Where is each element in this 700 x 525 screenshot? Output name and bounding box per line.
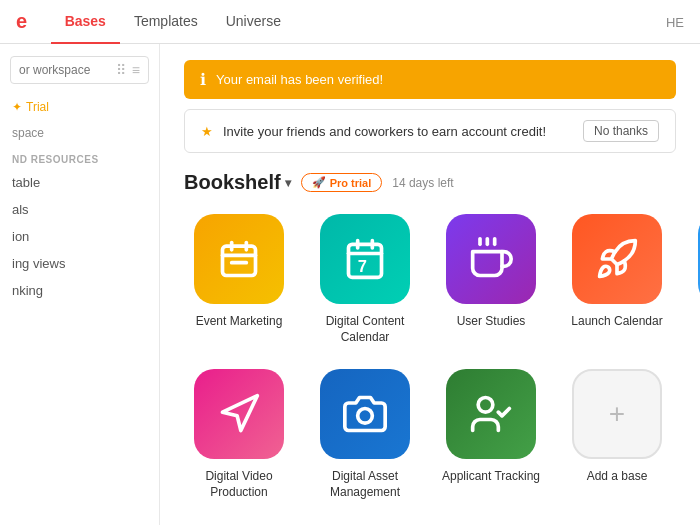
rocket-icon: 🚀: [312, 176, 326, 189]
app-label-digital-video: Digital Video Production: [189, 469, 289, 500]
info-icon: ℹ: [200, 70, 206, 89]
nav-universe[interactable]: Universe: [212, 0, 295, 44]
days-left: 14 days left: [392, 176, 453, 190]
nav-help: HE: [666, 14, 684, 29]
app-label-launch-calendar: Launch Calendar: [571, 314, 662, 330]
sidebar-item-ion[interactable]: ion: [0, 223, 159, 250]
app-icon-applicant-tracking: [446, 369, 536, 459]
svg-point-14: [478, 398, 493, 413]
app-add-base[interactable]: + Add a base: [562, 369, 672, 500]
email-verified-text: Your email has been verified!: [216, 72, 383, 87]
pro-trial-badge: 🚀 Pro trial: [301, 173, 383, 192]
app-digital-asset[interactable]: Digital Asset Management: [310, 369, 420, 500]
app-label-agile-product: Agile Product Planning: [693, 314, 700, 345]
app-grid: Event Marketing 7 Digital Content Calend…: [184, 214, 676, 500]
app-label-digital-asset: Digital Asset Management: [315, 469, 415, 500]
sidebar: ⠿ ≡ ✦ Trial space ND RESOURCES table als…: [0, 44, 160, 525]
app-icon-digital-asset: [320, 369, 410, 459]
app-label-event-marketing: Event Marketing: [196, 314, 283, 330]
grid-view-icon[interactable]: ⠿: [116, 62, 126, 78]
bookshelf-title-text: Bookshelf: [184, 171, 281, 194]
trial-label: Trial: [26, 100, 49, 114]
sidebar-item-table[interactable]: table: [0, 169, 159, 196]
svg-text:7: 7: [358, 257, 367, 275]
app-applicant-tracking[interactable]: Applicant Tracking: [436, 369, 546, 500]
nav-items: Bases Templates Universe: [51, 0, 295, 44]
chevron-down-icon: ▾: [285, 176, 291, 190]
app-event-marketing[interactable]: Event Marketing: [184, 214, 294, 345]
logo: e: [16, 10, 27, 33]
app-label-add-base: Add a base: [587, 469, 648, 485]
app-digital-video[interactable]: Digital Video Production: [184, 369, 294, 500]
app-icon-digital-content: 7: [320, 214, 410, 304]
star-icon: ★: [201, 124, 213, 139]
app-label-digital-content: Digital Content Calendar: [315, 314, 415, 345]
app-user-studies[interactable]: User Studies: [436, 214, 546, 345]
app-icon-digital-video: [194, 369, 284, 459]
app-launch-calendar[interactable]: Launch Calendar: [562, 214, 672, 345]
app-label-applicant-tracking: Applicant Tracking: [442, 469, 540, 485]
svg-point-13: [358, 409, 373, 424]
app-icon-launch-calendar: [572, 214, 662, 304]
nav-templates[interactable]: Templates: [120, 0, 212, 44]
email-verified-banner: ℹ Your email has been verified!: [184, 60, 676, 99]
bookshelf-title[interactable]: Bookshelf ▾: [184, 171, 291, 194]
main-content: ℹ Your email has been verified! ★ Invite…: [160, 44, 700, 525]
layout: ⠿ ≡ ✦ Trial space ND RESOURCES table als…: [0, 44, 700, 525]
pro-trial-label: Pro trial: [330, 177, 372, 189]
no-thanks-button[interactable]: No thanks: [583, 120, 659, 142]
invite-text: Invite your friends and coworkers to ear…: [223, 124, 546, 139]
app-digital-content[interactable]: 7 Digital Content Calendar: [310, 214, 420, 345]
list-view-icon[interactable]: ≡: [132, 62, 140, 78]
app-agile-product[interactable]: Agile Product Planning: [688, 214, 700, 345]
trial-badge: ✦ Trial: [0, 94, 159, 120]
sidebar-item-als[interactable]: als: [0, 196, 159, 223]
sidebar-section-resources: ND RESOURCES: [0, 146, 159, 169]
invite-banner: ★ Invite your friends and coworkers to e…: [184, 109, 676, 153]
top-nav: e Bases Templates Universe HE: [0, 0, 700, 44]
search-input[interactable]: [19, 63, 110, 77]
sidebar-item-views[interactable]: ing views: [0, 250, 159, 277]
sidebar-item-nking[interactable]: nking: [0, 277, 159, 304]
workspace-item: space: [0, 120, 159, 146]
bookshelf-header: Bookshelf ▾ 🚀 Pro trial 14 days left: [184, 171, 676, 194]
add-base-icon: +: [572, 369, 662, 459]
nav-bases[interactable]: Bases: [51, 0, 120, 44]
app-icon-user-studies: [446, 214, 536, 304]
sidebar-search-container[interactable]: ⠿ ≡: [10, 56, 149, 84]
app-icon-event-marketing: [194, 214, 284, 304]
app-label-user-studies: User Studies: [457, 314, 526, 330]
